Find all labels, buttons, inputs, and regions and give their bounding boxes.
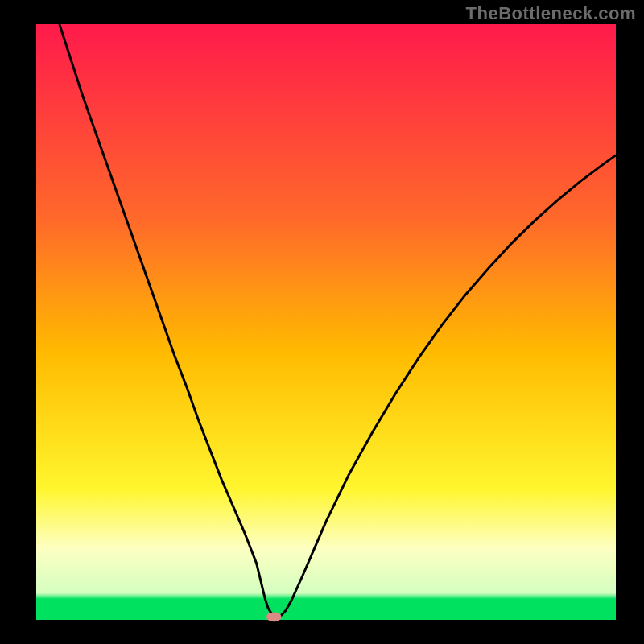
plot-background — [36, 24, 616, 620]
bottleneck-chart — [0, 0, 644, 644]
chart-frame: { "attribution": "TheBottleneck.com", "c… — [0, 0, 644, 644]
attribution-label: TheBottleneck.com — [466, 3, 636, 24]
optimum-marker — [266, 612, 282, 621]
